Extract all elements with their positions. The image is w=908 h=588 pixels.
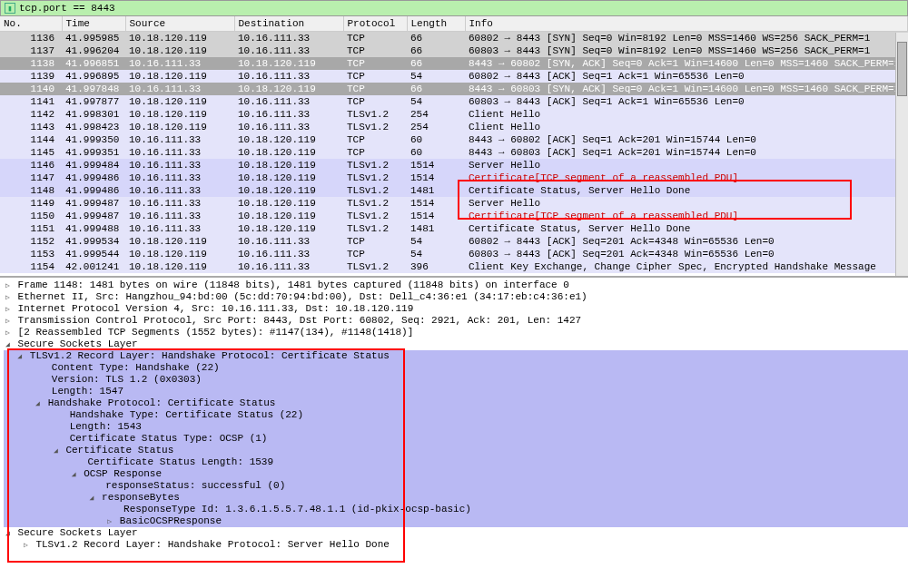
expand-icon[interactable] [4, 279, 12, 291]
detail-cert-status-length[interactable]: Certificate Status Length: 1539 [87, 456, 273, 467]
packet-cell: 1140 [0, 83, 62, 95]
packet-cell: 1151 [0, 222, 62, 235]
collapse-icon[interactable] [87, 492, 95, 504]
collapse-icon[interactable] [34, 397, 42, 409]
packet-cell: Certificate Status, Server Hello Done [465, 184, 908, 197]
packet-cell: 54 [407, 248, 465, 260]
packet-row[interactable]: 114341.99842310.18.120.11910.16.111.33TL… [0, 121, 908, 133]
packet-row[interactable]: 113841.99685110.16.111.3310.18.120.119TC… [0, 57, 908, 70]
packet-cell: 41.998301 [62, 108, 125, 121]
detail-record2[interactable]: TLSv1.2 Record Layer: Handshake Protocol… [35, 539, 389, 550]
detail-eth[interactable]: Ethernet II, Src: Hangzhou_94:bd:00 (5c:… [18, 291, 587, 302]
packet-row[interactable]: 114741.99948610.16.111.3310.18.120.119TL… [0, 172, 908, 184]
detail-cert-status-type[interactable]: Certificate Status Type: OCSP (1) [70, 433, 268, 444]
packet-details-pane[interactable]: Frame 1148: 1481 bytes on wire (11848 bi… [0, 278, 908, 586]
detail-handshake-length[interactable]: Length: 1543 [70, 421, 142, 432]
collapse-icon[interactable] [4, 527, 12, 539]
col-len[interactable]: Length [407, 16, 465, 31]
expand-icon[interactable] [4, 315, 12, 327]
packet-row[interactable]: 115141.99948810.16.111.3310.18.120.119TL… [0, 222, 908, 235]
col-dst[interactable]: Destination [234, 16, 343, 31]
expand-icon[interactable] [105, 515, 114, 527]
packet-cell: TLSv1.2 [343, 222, 407, 235]
detail-ip[interactable]: Internet Protocol Version 4, Src: 10.16.… [18, 303, 414, 314]
packet-cell: 10.16.111.33 [234, 44, 343, 57]
packet-cell: Client Key Exchange, Change Cipher Spec,… [465, 260, 908, 273]
packet-row[interactable]: 113741.99620410.18.120.11910.16.111.33TC… [0, 44, 908, 57]
packet-row[interactable]: 114641.99948410.16.111.3310.18.120.119TL… [0, 159, 908, 172]
packet-table[interactable]: No. Time Source Destination Protocol Len… [0, 16, 908, 273]
packet-row[interactable]: 113941.99689510.18.120.11910.16.111.33TC… [0, 70, 908, 83]
packet-cell: 41.999487 [62, 210, 125, 222]
packet-list-pane[interactable]: No. Time Source Destination Protocol Len… [0, 16, 908, 278]
expand-icon[interactable] [4, 327, 12, 338]
collapse-icon[interactable] [52, 445, 60, 456]
detail-handshake[interactable]: Handshake Protocol: Certificate Status [48, 397, 276, 408]
packet-cell: 10.18.120.119 [234, 172, 343, 184]
packet-row[interactable]: 113641.99598510.18.120.11910.16.111.33TC… [0, 31, 908, 44]
packet-cell: TLSv1.2 [343, 121, 407, 133]
detail-reasm[interactable]: [2 Reassembled TCP Segments (1552 bytes)… [18, 327, 414, 338]
packet-cell: 10.18.120.119 [125, 248, 234, 260]
detail-response-type-id[interactable]: ResponseType Id: 1.3.6.1.5.5.7.48.1.1 (i… [123, 504, 471, 514]
packet-row[interactable]: 114041.99784810.16.111.3310.18.120.119TC… [0, 83, 908, 95]
col-src[interactable]: Source [125, 16, 234, 31]
packet-cell: TCP [343, 31, 407, 44]
display-filter-bar[interactable]: ▮ [0, 0, 908, 16]
col-proto[interactable]: Protocol [343, 16, 407, 31]
expand-icon[interactable] [22, 539, 30, 551]
packet-cell: 41.999486 [62, 172, 125, 184]
detail-cert-status[interactable]: Certificate Status [65, 445, 173, 456]
packet-row[interactable]: 114941.99948710.16.111.3310.18.120.119TL… [0, 197, 908, 210]
detail-tcp[interactable]: Transmission Control Protocol, Src Port:… [18, 315, 582, 326]
detail-content-type[interactable]: Content Type: Handshake (22) [52, 362, 220, 373]
expand-icon[interactable] [4, 291, 12, 303]
packet-cell: Server Hello [465, 159, 908, 172]
packet-cell: TCP [343, 95, 407, 108]
detail-rec-length[interactable]: Length: 1547 [52, 386, 123, 397]
detail-ocsp-response[interactable]: OCSP Response [84, 468, 162, 479]
packet-cell: Client Hello [465, 108, 908, 121]
packet-row[interactable]: 114841.99948610.16.111.3310.18.120.119TL… [0, 184, 908, 197]
display-filter-input[interactable] [19, 3, 291, 14]
packet-row[interactable]: 114241.99830110.18.120.11910.16.111.33TL… [0, 108, 908, 121]
detail-response-bytes[interactable]: responseBytes [102, 492, 180, 503]
detail-ssl2[interactable]: Secure Sockets Layer [18, 527, 138, 538]
packet-scrollbar[interactable] [895, 33, 908, 276]
detail-response-status[interactable]: responseStatus: successful (0) [105, 480, 285, 491]
packet-row[interactable]: 115041.99948710.16.111.3310.18.120.119TL… [0, 210, 908, 222]
expand-icon[interactable] [4, 303, 12, 315]
detail-handshake-type[interactable]: Handshake Type: Certificate Status (22) [70, 409, 303, 420]
packet-cell: 41.999486 [62, 184, 125, 197]
detail-version[interactable]: Version: TLS 1.2 (0x0303) [52, 374, 202, 385]
packet-cell: 10.16.111.33 [125, 159, 234, 172]
packet-cell: 10.18.120.119 [125, 108, 234, 121]
packet-header-row[interactable]: No. Time Source Destination Protocol Len… [0, 16, 908, 31]
col-no[interactable]: No. [0, 16, 62, 31]
packet-cell: 54 [407, 70, 465, 83]
packet-cell: TLSv1.2 [343, 172, 407, 184]
packet-row[interactable]: 114441.99935010.16.111.3310.18.120.119TC… [0, 133, 908, 146]
collapse-icon[interactable] [15, 350, 24, 362]
packet-row[interactable]: 114541.99935110.16.111.3310.18.120.119TC… [0, 146, 908, 159]
detail-ssl1[interactable]: Secure Sockets Layer [18, 338, 138, 349]
packet-cell: 66 [407, 31, 465, 44]
packet-cell: 10.16.111.33 [234, 235, 343, 248]
col-time[interactable]: Time [62, 16, 125, 31]
collapse-icon[interactable] [4, 338, 12, 350]
packet-cell: 66 [407, 57, 465, 70]
packet-cell: TCP [343, 44, 407, 57]
detail-frame[interactable]: Frame 1148: 1481 bytes on wire (11848 bi… [18, 279, 569, 290]
packet-row[interactable]: 115241.99953410.18.120.11910.16.111.33TC… [0, 235, 908, 248]
packet-cell: TCP [343, 70, 407, 83]
packet-row[interactable]: 115442.00124110.18.120.11910.16.111.33TL… [0, 260, 908, 273]
collapse-icon[interactable] [70, 468, 78, 480]
packet-cell: TCP [343, 248, 407, 260]
packet-cell: Server Hello [465, 197, 908, 210]
col-info[interactable]: Info [465, 16, 908, 31]
detail-record[interactable]: TLSv1.2 Record Layer: Handshake Protocol… [30, 350, 390, 361]
packet-row[interactable]: 114141.99787710.18.120.11910.16.111.33TC… [0, 95, 908, 108]
detail-basic-ocsp[interactable]: BasicOCSPResponse [120, 515, 222, 526]
packet-row[interactable]: 115341.99954410.18.120.11910.16.111.33TC… [0, 248, 908, 260]
packet-cell: 10.16.111.33 [125, 184, 234, 197]
